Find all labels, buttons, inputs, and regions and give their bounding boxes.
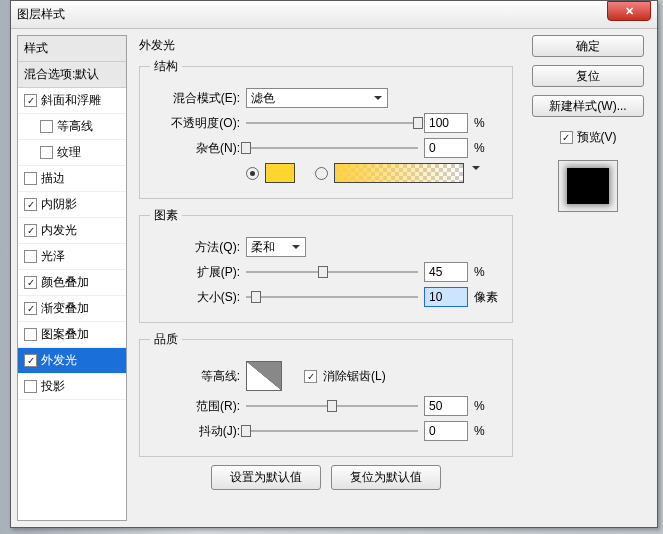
sidebar-checkbox[interactable] bbox=[24, 380, 37, 393]
sidebar-item-label: 内发光 bbox=[41, 222, 77, 239]
sidebar-item-label: 纹理 bbox=[57, 144, 81, 161]
preview-label: 预览(V) bbox=[577, 129, 617, 146]
spread-input[interactable]: 45 bbox=[424, 262, 468, 282]
main-panel: 外发光 结构 混合模式(E): 滤色 不透明度(O): 100 % 杂色(N):… bbox=[133, 35, 519, 521]
quality-legend: 品质 bbox=[150, 331, 182, 348]
preview-swatch bbox=[567, 168, 609, 204]
sidebar-item-label: 投影 bbox=[41, 378, 65, 395]
new-style-button[interactable]: 新建样式(W)... bbox=[532, 95, 644, 117]
reset-default-button[interactable]: 复位为默认值 bbox=[331, 465, 441, 490]
sidebar-item-9[interactable]: 图案叠加 bbox=[18, 322, 126, 348]
size-unit: 像素 bbox=[474, 289, 502, 306]
sidebar-item-label: 颜色叠加 bbox=[41, 274, 89, 291]
sidebar-checkbox[interactable] bbox=[40, 120, 53, 133]
sidebar-item-7[interactable]: 颜色叠加 bbox=[18, 270, 126, 296]
contour-label: 等高线: bbox=[150, 368, 240, 385]
quality-group: 品质 等高线: 消除锯齿(L) 范围(R): 50 % 抖动(J): 0 % bbox=[139, 331, 513, 457]
set-default-button[interactable]: 设置为默认值 bbox=[211, 465, 321, 490]
contour-picker[interactable] bbox=[246, 361, 282, 391]
sidebar-item-1[interactable]: 等高线 bbox=[18, 114, 126, 140]
reset-button[interactable]: 复位 bbox=[532, 65, 644, 87]
jitter-unit: % bbox=[474, 424, 502, 438]
sidebar-checkbox[interactable] bbox=[24, 354, 37, 367]
sidebar-checkbox[interactable] bbox=[24, 94, 37, 107]
sidebar-item-label: 渐变叠加 bbox=[41, 300, 89, 317]
sidebar-item-2[interactable]: 纹理 bbox=[18, 140, 126, 166]
dialog-title: 图层样式 bbox=[17, 6, 65, 23]
opacity-label: 不透明度(O): bbox=[150, 115, 240, 132]
sidebar-item-label: 等高线 bbox=[57, 118, 93, 135]
jitter-slider[interactable] bbox=[246, 422, 418, 440]
sidebar-item-label: 内阴影 bbox=[41, 196, 77, 213]
spread-label: 扩展(P): bbox=[150, 264, 240, 281]
sidebar-item-label: 光泽 bbox=[41, 248, 65, 265]
color-swatch[interactable] bbox=[265, 163, 295, 183]
opacity-input[interactable]: 100 bbox=[424, 113, 468, 133]
sidebar-item-8[interactable]: 渐变叠加 bbox=[18, 296, 126, 322]
sidebar-item-4[interactable]: 内阴影 bbox=[18, 192, 126, 218]
ok-button[interactable]: 确定 bbox=[532, 35, 644, 57]
spread-unit: % bbox=[474, 265, 502, 279]
style-sidebar: 样式 混合选项:默认 斜面和浮雕等高线纹理描边内阴影内发光光泽颜色叠加渐变叠加图… bbox=[17, 35, 127, 521]
sidebar-item-label: 外发光 bbox=[41, 352, 77, 369]
gradient-radio[interactable] bbox=[315, 167, 328, 180]
opacity-unit: % bbox=[474, 116, 502, 130]
sidebar-checkbox[interactable] bbox=[24, 328, 37, 341]
noise-slider[interactable] bbox=[246, 139, 418, 157]
size-input[interactable]: 10 bbox=[424, 287, 468, 307]
sidebar-item-0[interactable]: 斜面和浮雕 bbox=[18, 88, 126, 114]
sidebar-item-6[interactable]: 光泽 bbox=[18, 244, 126, 270]
sidebar-item-3[interactable]: 描边 bbox=[18, 166, 126, 192]
sidebar-item-5[interactable]: 内发光 bbox=[18, 218, 126, 244]
sidebar-item-11[interactable]: 投影 bbox=[18, 374, 126, 400]
sidebar-checkbox[interactable] bbox=[24, 172, 37, 185]
noise-unit: % bbox=[474, 141, 502, 155]
sidebar-checkbox[interactable] bbox=[24, 198, 37, 211]
preview-box bbox=[558, 160, 618, 212]
jitter-label: 抖动(J): bbox=[150, 423, 240, 440]
blend-mode-label: 混合模式(E): bbox=[150, 90, 240, 107]
layer-style-dialog: 图层样式 ✕ 样式 混合选项:默认 斜面和浮雕等高线纹理描边内阴影内发光光泽颜色… bbox=[10, 0, 658, 528]
noise-input[interactable]: 0 bbox=[424, 138, 468, 158]
method-select[interactable]: 柔和 bbox=[246, 237, 306, 257]
range-slider[interactable] bbox=[246, 397, 418, 415]
antialias-checkbox[interactable] bbox=[304, 370, 317, 383]
range-label: 范围(R): bbox=[150, 398, 240, 415]
noise-label: 杂色(N): bbox=[150, 140, 240, 157]
element-legend: 图素 bbox=[150, 207, 182, 224]
size-slider[interactable] bbox=[246, 288, 418, 306]
structure-legend: 结构 bbox=[150, 58, 182, 75]
sidebar-checkbox[interactable] bbox=[24, 224, 37, 237]
blend-mode-select[interactable]: 滤色 bbox=[246, 88, 388, 108]
sidebar-blend-header[interactable]: 混合选项:默认 bbox=[18, 62, 126, 88]
chevron-down-icon bbox=[472, 166, 480, 174]
antialias-label: 消除锯齿(L) bbox=[323, 368, 386, 385]
sidebar-item-10[interactable]: 外发光 bbox=[18, 348, 126, 374]
panel-title: 外发光 bbox=[139, 37, 513, 54]
sidebar-checkbox[interactable] bbox=[40, 146, 53, 159]
sidebar-header[interactable]: 样式 bbox=[18, 36, 126, 62]
sidebar-checkbox[interactable] bbox=[24, 302, 37, 315]
element-group: 图素 方法(Q): 柔和 扩展(P): 45 % 大小(S): 10 像素 bbox=[139, 207, 513, 323]
jitter-input[interactable]: 0 bbox=[424, 421, 468, 441]
method-label: 方法(Q): bbox=[150, 239, 240, 256]
preview-checkbox[interactable] bbox=[560, 131, 573, 144]
color-radio[interactable] bbox=[246, 167, 259, 180]
close-icon: ✕ bbox=[625, 5, 634, 18]
gradient-picker[interactable] bbox=[334, 163, 464, 183]
sidebar-item-label: 描边 bbox=[41, 170, 65, 187]
right-panel: 确定 复位 新建样式(W)... 预览(V) bbox=[525, 35, 651, 521]
sidebar-item-label: 斜面和浮雕 bbox=[41, 92, 101, 109]
opacity-slider[interactable] bbox=[246, 114, 418, 132]
title-bar: 图层样式 ✕ bbox=[11, 1, 657, 29]
spread-slider[interactable] bbox=[246, 263, 418, 281]
range-unit: % bbox=[474, 399, 502, 413]
range-input[interactable]: 50 bbox=[424, 396, 468, 416]
sidebar-checkbox[interactable] bbox=[24, 276, 37, 289]
sidebar-checkbox[interactable] bbox=[24, 250, 37, 263]
structure-group: 结构 混合模式(E): 滤色 不透明度(O): 100 % 杂色(N): 0 % bbox=[139, 58, 513, 199]
size-label: 大小(S): bbox=[150, 289, 240, 306]
close-button[interactable]: ✕ bbox=[607, 1, 651, 21]
sidebar-item-label: 图案叠加 bbox=[41, 326, 89, 343]
